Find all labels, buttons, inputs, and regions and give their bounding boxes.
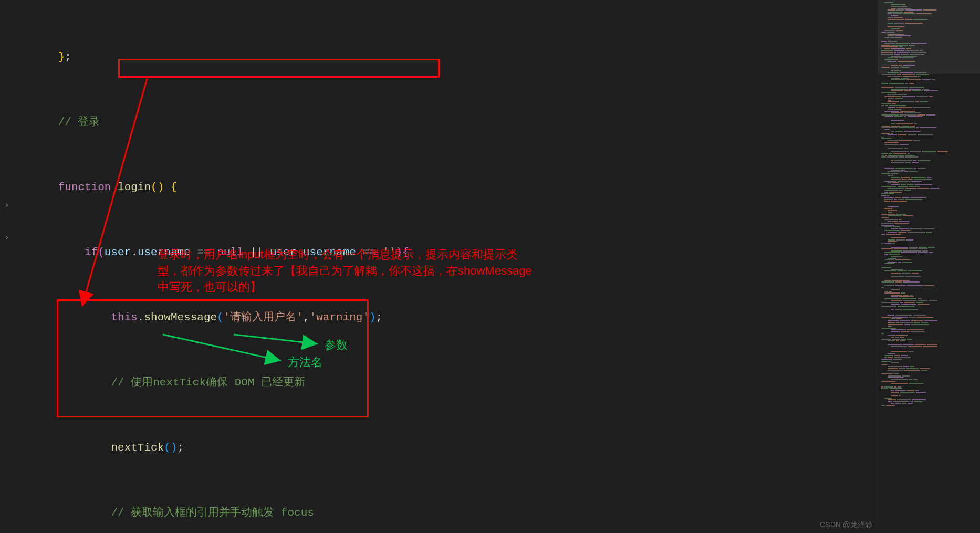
code-content: }; // 登录 function login() { if(user.user… <box>18 0 790 533</box>
minimap[interactable] <box>878 0 980 533</box>
minimap-viewport[interactable] <box>878 0 980 74</box>
comment: // 登录 <box>58 116 100 128</box>
annotation-label-param: 参数 <box>325 337 348 353</box>
fold-chevron-icon[interactable]: › <box>4 233 9 243</box>
fold-chevron-icon[interactable]: › <box>4 201 9 210</box>
code-editor[interactable]: › › }; // 登录 function login() { if(user.… <box>0 0 792 533</box>
gutter: › › <box>0 0 16 533</box>
annotation-label-method: 方法名 <box>288 354 322 370</box>
watermark: CSDN @龙洋静 <box>820 520 872 530</box>
